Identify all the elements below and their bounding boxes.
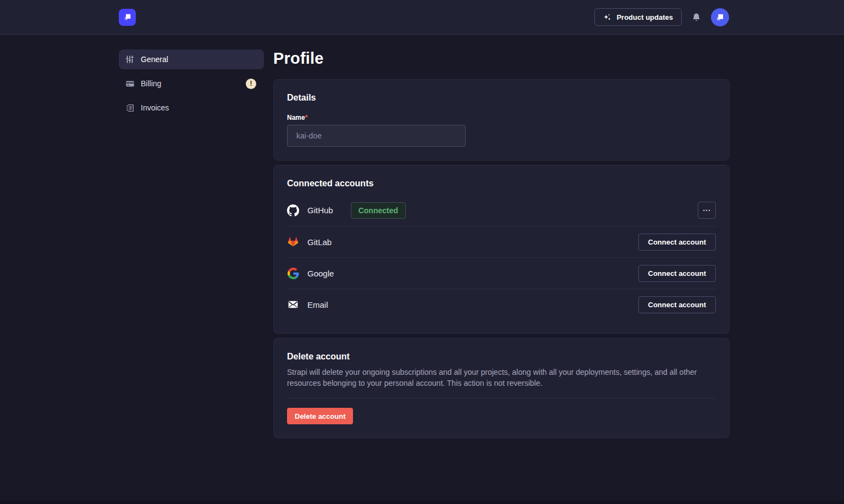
account-row-gitlab: GitLab Connect account — [287, 226, 716, 257]
sparkles-icon — [603, 13, 611, 21]
product-updates-label: Product updates — [616, 13, 673, 21]
strapi-cloud-profile-screen: Product updates — [0, 0, 844, 504]
settings-sidebar: General Billing ! — [119, 49, 264, 442]
required-asterisk: * — [305, 114, 308, 121]
gitlab-connect-button[interactable]: Connect account — [638, 234, 716, 251]
github-icon — [287, 204, 299, 217]
details-heading: Details — [287, 93, 716, 103]
github-options-button[interactable]: ... — [698, 202, 716, 219]
name-label-text: Name — [287, 114, 305, 121]
account-row-github: GitHub Connected ... — [287, 195, 716, 226]
strapi-glyph-icon — [123, 12, 133, 22]
email-connect-button[interactable]: Connect account — [638, 296, 716, 313]
invoice-icon — [125, 103, 135, 113]
sidebar-item-label: Billing — [141, 79, 161, 88]
name-field: Name* — [287, 112, 716, 147]
name-input[interactable] — [287, 125, 466, 147]
product-updates-button[interactable]: Product updates — [594, 8, 682, 26]
divider — [287, 398, 716, 398]
row-action: Connect account — [638, 234, 716, 251]
strapi-glyph-icon — [715, 12, 725, 23]
bell-icon — [692, 13, 701, 22]
delete-account-button[interactable]: Delete account — [287, 408, 353, 424]
provider-name: GitLab — [307, 237, 332, 247]
page-title: Profile — [273, 49, 730, 68]
provider-name: Email — [307, 300, 328, 309]
sidebar-item-billing[interactable]: Billing ! — [119, 74, 264, 93]
account-row-google: Google Connect account — [287, 257, 716, 289]
account-row-email: Email Connect account — [287, 289, 716, 320]
gitlab-icon — [287, 236, 299, 248]
content-layout: General Billing ! — [0, 35, 844, 442]
connected-status-badge: Connected — [351, 202, 406, 219]
row-action: Connect account — [638, 265, 716, 282]
sidebar-item-invoices[interactable]: Invoices — [119, 98, 264, 118]
credit-card-icon — [125, 79, 135, 88]
email-icon — [287, 298, 299, 311]
user-avatar[interactable] — [711, 8, 729, 26]
google-connect-button[interactable]: Connect account — [638, 265, 716, 282]
ellipsis-icon: ... — [703, 204, 711, 213]
delete-account-heading: Delete account — [287, 352, 716, 362]
connected-accounts-card: Connected accounts GitHub Connected — [273, 165, 730, 334]
strapi-logo[interactable] — [119, 9, 136, 26]
provider-name: Google — [307, 269, 334, 278]
profile-main: Profile Details Name* Connected accounts — [273, 49, 730, 442]
row-action: Connect account — [638, 296, 716, 313]
delete-account-description: Strapi will delete your ongoing subscrip… — [287, 367, 716, 389]
sidebar-item-label: General — [141, 55, 168, 64]
google-icon — [287, 267, 299, 279]
provider-name: GitHub — [307, 206, 333, 215]
connected-accounts-heading: Connected accounts — [287, 179, 716, 189]
name-label: Name* — [287, 114, 307, 121]
details-card: Details Name* — [273, 79, 730, 160]
sidebar-item-label: Invoices — [141, 103, 169, 112]
row-action: ... — [698, 202, 716, 219]
accounts-list: GitHub Connected ... — [287, 195, 716, 320]
top-bar: Product updates — [0, 0, 844, 35]
sliders-icon — [125, 55, 135, 64]
top-bar-actions: Product updates — [594, 8, 729, 26]
delete-account-card: Delete account Strapi will delete your o… — [273, 338, 730, 438]
notifications-button[interactable] — [692, 13, 701, 22]
billing-warning-badge: ! — [246, 79, 256, 89]
bottom-edge-strip — [0, 501, 844, 504]
sidebar-item-general[interactable]: General — [119, 49, 264, 69]
